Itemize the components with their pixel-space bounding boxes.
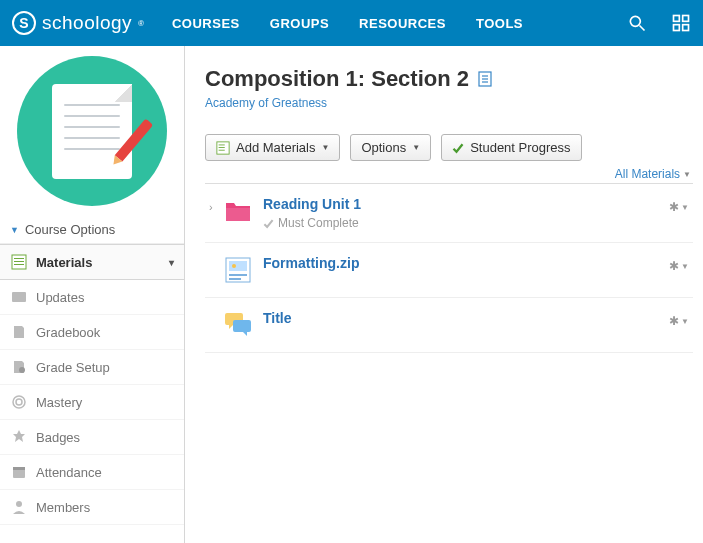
material-row-folder: › Reading Unit 1 Must Complete ✱▼ <box>205 184 693 243</box>
course-options-label: Course Options <box>25 222 115 237</box>
options-button[interactable]: Options ▼ <box>350 134 431 161</box>
sidebar-item-label: Mastery <box>36 395 82 410</box>
chevron-down-icon: ▼ <box>10 225 19 235</box>
svg-rect-23 <box>219 144 225 145</box>
svg-rect-10 <box>12 292 26 302</box>
svg-rect-9 <box>14 264 24 265</box>
sidebar-item-gradebook[interactable]: Gradebook <box>0 315 184 350</box>
materials-filter[interactable]: All Materials <box>615 167 680 181</box>
svg-line-1 <box>640 26 645 31</box>
course-options-toggle[interactable]: ▼ Course Options <box>0 216 184 244</box>
chevron-down-icon: ▼ <box>681 317 689 326</box>
svg-point-13 <box>16 399 22 405</box>
materials-list: › Reading Unit 1 Must Complete ✱▼ <box>205 183 693 353</box>
svg-rect-7 <box>14 258 24 259</box>
svg-rect-26 <box>226 208 250 221</box>
svg-point-11 <box>19 367 25 373</box>
svg-rect-5 <box>683 25 689 31</box>
members-icon <box>10 498 28 516</box>
brand-logo-icon: S <box>12 11 36 35</box>
material-title[interactable]: Formatting.zip <box>263 255 689 271</box>
svg-rect-25 <box>219 149 225 150</box>
chevron-down-icon: ▼ <box>321 143 329 152</box>
svg-rect-30 <box>229 274 247 276</box>
svg-rect-4 <box>674 25 680 31</box>
check-icon <box>263 218 274 229</box>
sidebar-item-grade-setup[interactable]: Grade Setup <box>0 350 184 385</box>
sidebar-item-badges[interactable]: Badges <box>0 420 184 455</box>
attendance-icon <box>10 463 28 481</box>
sidebar-item-updates[interactable]: Updates <box>0 280 184 315</box>
row-settings-button[interactable]: ✱▼ <box>669 200 689 214</box>
app-header: S schoology® COURSES GROUPS RESOURCES TO… <box>0 0 703 46</box>
svg-point-17 <box>16 501 22 507</box>
nav-courses[interactable]: COURSES <box>172 16 240 31</box>
chevron-down-icon: ▼ <box>683 170 691 179</box>
grade-setup-icon <box>10 358 28 376</box>
sidebar-nav: Materials Updates Gradebook Grade Setup … <box>0 244 184 525</box>
main-content: Composition 1: Section 2 Academy of Grea… <box>185 46 703 543</box>
page-info-icon[interactable] <box>477 71 493 87</box>
materials-icon <box>10 253 28 271</box>
sidebar-item-label: Updates <box>36 290 84 305</box>
file-icon <box>223 255 253 285</box>
sidebar-item-label: Gradebook <box>36 325 100 340</box>
svg-point-29 <box>232 264 236 268</box>
sidebar-item-label: Members <box>36 500 90 515</box>
search-icon[interactable] <box>627 13 647 33</box>
gear-icon: ✱ <box>669 200 679 214</box>
action-bar: Add Materials ▼ Options ▼ Student Progre… <box>205 134 693 161</box>
svg-marker-14 <box>13 430 25 442</box>
brand-name: schoology <box>42 12 132 34</box>
sidebar-item-members[interactable]: Members <box>0 490 184 525</box>
updates-icon <box>10 288 28 306</box>
svg-rect-3 <box>683 16 689 22</box>
filter-row: All Materials ▼ <box>205 167 691 181</box>
material-row-discussion: Title ✱▼ <box>205 298 693 353</box>
svg-point-0 <box>630 16 640 26</box>
sidebar-item-label: Materials <box>36 255 92 270</box>
nav-resources[interactable]: RESOURCES <box>359 16 446 31</box>
svg-rect-8 <box>14 261 24 262</box>
primary-nav: COURSES GROUPS RESOURCES TOOLS <box>172 16 523 31</box>
gear-icon: ✱ <box>669 259 679 273</box>
sidebar-item-mastery[interactable]: Mastery <box>0 385 184 420</box>
chevron-down-icon: ▼ <box>681 203 689 212</box>
brand-logo[interactable]: S schoology® <box>12 11 144 35</box>
expand-toggle[interactable]: › <box>209 201 223 213</box>
row-settings-button[interactable]: ✱▼ <box>669 314 689 328</box>
row-settings-button[interactable]: ✱▼ <box>669 259 689 273</box>
page-subtitle[interactable]: Academy of Greatness <box>205 96 693 110</box>
add-materials-label: Add Materials <box>236 140 315 155</box>
course-avatar <box>0 46 184 216</box>
page-title: Composition 1: Section 2 <box>205 66 469 92</box>
folder-icon <box>223 196 253 226</box>
chevron-down-icon: ▼ <box>681 262 689 271</box>
sidebar-item-label: Badges <box>36 430 80 445</box>
svg-point-12 <box>13 396 25 408</box>
gradebook-icon <box>10 323 28 341</box>
student-progress-button[interactable]: Student Progress <box>441 134 581 161</box>
material-title[interactable]: Reading Unit 1 <box>263 196 689 212</box>
chevron-down-icon: ▼ <box>412 143 420 152</box>
svg-rect-2 <box>674 16 680 22</box>
nav-tools[interactable]: TOOLS <box>476 16 523 31</box>
sidebar-item-attendance[interactable]: Attendance <box>0 455 184 490</box>
add-materials-button[interactable]: Add Materials ▼ <box>205 134 340 161</box>
options-label: Options <box>361 140 406 155</box>
material-badge: Must Complete <box>263 216 689 230</box>
sidebar-item-materials[interactable]: Materials <box>0 244 184 280</box>
badges-icon <box>10 428 28 446</box>
gear-icon: ✱ <box>669 314 679 328</box>
discussion-icon <box>223 310 253 340</box>
check-icon <box>452 142 464 154</box>
sidebar-item-label: Grade Setup <box>36 360 110 375</box>
page-title-row: Composition 1: Section 2 <box>205 66 693 92</box>
sidebar-item-label: Attendance <box>36 465 102 480</box>
svg-rect-24 <box>219 147 225 148</box>
nav-groups[interactable]: GROUPS <box>270 16 329 31</box>
student-progress-label: Student Progress <box>470 140 570 155</box>
svg-rect-16 <box>13 467 25 470</box>
apps-icon[interactable] <box>671 13 691 33</box>
material-title[interactable]: Title <box>263 310 689 326</box>
